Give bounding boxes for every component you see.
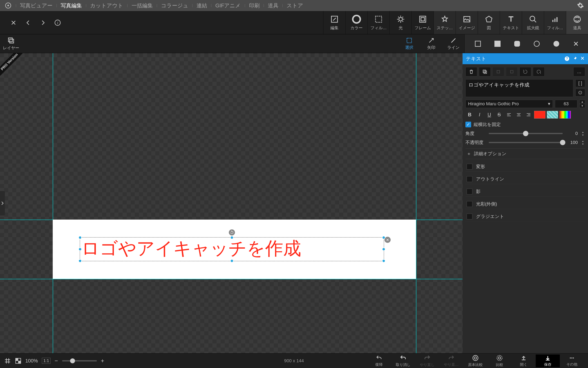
menu-combine[interactable]: 連結	[193, 2, 211, 9]
shape-close-icon[interactable]	[572, 40, 580, 48]
angle-stepper[interactable]: ▲▼	[581, 131, 585, 136]
font-size-stepper[interactable]: ▲▼	[579, 100, 585, 108]
option-shadow[interactable]: 影	[465, 187, 585, 196]
text-color-swatch[interactable]	[534, 111, 545, 119]
menu-tools[interactable]: 道具	[264, 2, 282, 9]
menu-photo-edit[interactable]: 写真編集	[57, 2, 86, 9]
align-left-icon[interactable]	[505, 111, 513, 119]
selection-box[interactable]	[80, 237, 384, 261]
subtool-select[interactable]: 選択	[398, 34, 420, 53]
ribbon-edit[interactable]: 編集	[323, 11, 345, 34]
option-outline[interactable]: アウトライン	[465, 175, 585, 184]
action-revert[interactable]: 復帰	[367, 355, 391, 367]
ribbon-sticker[interactable]: ステッ…	[434, 11, 456, 34]
gradient-swatch[interactable]	[559, 111, 571, 119]
close-panel-icon[interactable]	[580, 56, 585, 61]
ribbon-light[interactable]: 光	[389, 11, 411, 34]
zoom-level[interactable]: 100%	[25, 358, 38, 364]
resize-handle[interactable]	[382, 259, 385, 263]
shape-circle-fill[interactable]	[552, 40, 560, 48]
ribbon-magnifier[interactable]: 拡大鏡	[522, 11, 544, 34]
zoom-out-icon[interactable]: −	[54, 358, 58, 364]
advanced-options-toggle[interactable]: ＋ 詳細オプション	[465, 148, 585, 159]
shape-circle-outline[interactable]	[533, 40, 541, 48]
opacity-slider[interactable]	[489, 142, 563, 143]
bold-icon[interactable]: B	[465, 111, 474, 119]
opacity-stepper[interactable]: ▲▼	[581, 140, 585, 145]
ribbon-figure[interactable]: 図	[478, 11, 500, 34]
menu-batch[interactable]: 一括編集	[128, 2, 157, 9]
ribbon-text[interactable]: テキスト	[500, 11, 522, 34]
zoom-slider[interactable]	[62, 360, 97, 361]
resize-handle[interactable]	[230, 236, 233, 239]
ribbon-filter2[interactable]: フィル…	[544, 11, 566, 34]
menu-photo-viewer[interactable]: 写真ビュアー	[16, 2, 56, 9]
text-info-icon[interactable]: i	[575, 89, 585, 96]
zoom-in-icon[interactable]: +	[101, 358, 104, 364]
ribbon-image[interactable]: イメージ	[456, 11, 478, 34]
ribbon-frame[interactable]: フレーム	[411, 11, 434, 34]
rotate-handle-icon[interactable]	[229, 229, 235, 236]
forward-icon[interactable]	[38, 18, 47, 27]
more-icon[interactable]: …	[573, 67, 585, 76]
action-compare-original[interactable]: 原本比較	[463, 355, 488, 367]
resize-handle[interactable]	[382, 236, 385, 239]
menu-collage[interactable]: コラージュ	[157, 2, 192, 9]
option-gradient[interactable]: グラジエント	[465, 212, 585, 221]
layers-button[interactable]: レイヤー	[0, 34, 22, 53]
resize-handle[interactable]	[79, 259, 82, 263]
text-content-input[interactable]: ロゴやアイキャッチを作成	[465, 79, 573, 97]
action-undo[interactable]: 取り消し	[391, 355, 415, 367]
resize-handle[interactable]	[79, 248, 82, 251]
settings-gear-icon[interactable]	[577, 2, 584, 9]
option-transform[interactable]: 変形	[465, 162, 585, 172]
fit-button[interactable]: 1:1	[42, 358, 51, 364]
info-icon[interactable]: i	[53, 18, 62, 27]
resize-handle[interactable]	[79, 236, 82, 239]
app-logo-icon[interactable]	[4, 1, 12, 9]
subtool-arrow[interactable]: 矢印	[420, 34, 442, 53]
rotate-ccw-icon[interactable]	[519, 67, 531, 76]
subtool-line[interactable]: ライン	[442, 34, 464, 53]
help-icon[interactable]: ?	[564, 56, 570, 61]
menu-gif[interactable]: GIFアニメ	[212, 2, 244, 9]
action-compare[interactable]: 比較	[488, 355, 512, 367]
delete-selection-icon[interactable]	[384, 237, 391, 243]
expand-sidebar-icon[interactable]	[0, 191, 5, 215]
pattern-swatch[interactable]	[547, 111, 558, 119]
shape-rect-fill[interactable]	[494, 40, 501, 48]
checker-toggle-icon[interactable]	[15, 358, 21, 364]
rotate-cw-icon[interactable]	[533, 67, 545, 76]
delete-text-icon[interactable]	[465, 67, 477, 76]
menu-cutout[interactable]: カットアウト	[86, 2, 127, 9]
ribbon-tools[interactable]: 道具	[566, 11, 588, 34]
close-icon[interactable]	[9, 18, 18, 27]
menu-store[interactable]: ストア	[283, 2, 307, 9]
font-select[interactable]: Hiragino Maru Gothic Pro ▾	[465, 100, 553, 108]
align-front-icon[interactable]	[492, 67, 504, 76]
shape-rect-outline[interactable]	[474, 40, 482, 48]
ribbon-filter[interactable]: フィル…	[367, 11, 389, 34]
option-glow[interactable]: 光彩(外側)	[465, 199, 585, 209]
duplicate-icon[interactable]	[479, 67, 491, 76]
menu-print[interactable]: 印刷	[245, 2, 263, 9]
vertical-text-icon[interactable]: [ ]	[575, 79, 585, 87]
panel-header[interactable]: テキスト ?	[463, 53, 588, 64]
resize-handle[interactable]	[382, 248, 385, 251]
strike-icon[interactable]: S	[495, 111, 503, 119]
shape-roundrect[interactable]	[513, 40, 521, 48]
ribbon-color[interactable]: カラー	[345, 11, 367, 34]
angle-slider[interactable]	[489, 133, 563, 134]
align-back-icon[interactable]	[506, 67, 518, 76]
font-size-input[interactable]: 63	[555, 100, 577, 108]
underline-icon[interactable]: U	[485, 111, 494, 119]
align-right-icon[interactable]	[524, 111, 533, 119]
action-open[interactable]: 開く	[512, 355, 536, 367]
action-redo[interactable]: やり直し	[415, 355, 439, 367]
italic-icon[interactable]: I	[475, 111, 484, 119]
pin-icon[interactable]	[572, 56, 577, 61]
canvas[interactable]: PRO Version ロゴやアイキャッチを作成	[0, 53, 463, 353]
align-center-icon[interactable]	[515, 111, 523, 119]
action-redo-all[interactable]: やり直…	[439, 355, 463, 367]
action-more[interactable]: その他	[560, 355, 584, 367]
